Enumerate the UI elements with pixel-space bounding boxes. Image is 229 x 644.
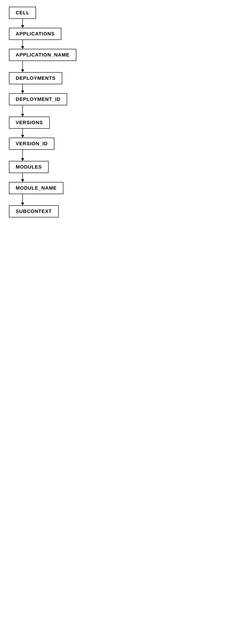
node-version-id: VERSION_ID — [9, 138, 54, 150]
node-deployment-id: DEPLOYMENT_ID — [9, 93, 67, 105]
subcontext-box: SUBCONTEXT — [9, 205, 59, 218]
arrow-8 — [22, 173, 23, 182]
version-id-box: VERSION_ID — [9, 138, 54, 150]
node-modules: MODULES — [9, 161, 49, 173]
deployment-id-box: DEPLOYMENT_ID — [9, 93, 67, 105]
node-applications: APPLICATIONS — [9, 28, 61, 40]
node-subcontext: SUBCONTEXT — [9, 205, 59, 218]
arrow-7 — [22, 150, 23, 161]
application-name-box: APPLICATION_NAME — [9, 49, 76, 61]
deployments-box: DEPLOYMENTS — [9, 72, 62, 84]
module-name-box: MODULE_NAME — [9, 182, 63, 194]
arrow-2 — [22, 40, 23, 49]
node-versions: VERSIONS — [9, 116, 50, 129]
versions-box: VERSIONS — [9, 116, 50, 129]
cell-box: CELL — [9, 7, 36, 19]
diagram-container: CELL APPLICATIONS APPLICATION_NAME DEPLO… — [0, 0, 229, 644]
arrow-9 — [22, 194, 23, 205]
modules-box: MODULES — [9, 161, 49, 173]
arrow-5 — [22, 105, 23, 116]
arrow-4 — [22, 84, 23, 93]
applications-box: APPLICATIONS — [9, 28, 61, 40]
node-cell: CELL — [9, 7, 36, 19]
node-module-name: MODULE_NAME — [9, 182, 63, 194]
node-deployments: DEPLOYMENTS — [9, 72, 62, 84]
arrow-6 — [22, 129, 23, 138]
arrow-1 — [22, 19, 23, 28]
node-application-name: APPLICATION_NAME — [9, 49, 76, 61]
arrow-3 — [22, 61, 23, 72]
